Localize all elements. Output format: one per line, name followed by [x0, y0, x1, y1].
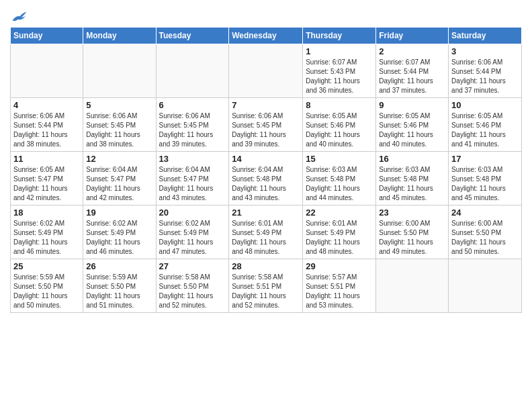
calendar-cell: 25Sunrise: 5:59 AM Sunset: 5:50 PM Dayli… [11, 259, 83, 313]
calendar-cell: 26Sunrise: 5:59 AM Sunset: 5:50 PM Dayli… [83, 259, 156, 313]
day-number: 19 [86, 208, 152, 218]
calendar-cell [376, 259, 449, 313]
day-info: Sunrise: 6:01 AM Sunset: 5:49 PM Dayligh… [306, 219, 373, 257]
day-info: Sunrise: 6:07 AM Sunset: 5:44 PM Dayligh… [379, 58, 445, 95]
day-number: 13 [159, 154, 226, 164]
logo-bird-icon [11, 11, 28, 23]
day-number: 20 [159, 208, 226, 218]
day-info: Sunrise: 5:58 AM Sunset: 5:51 PM Dayligh… [232, 273, 300, 310]
calendar-table: SundayMondayTuesdayWednesdayThursdayFrid… [10, 27, 522, 313]
day-info: Sunrise: 6:07 AM Sunset: 5:43 PM Dayligh… [306, 58, 373, 95]
day-info: Sunrise: 6:04 AM Sunset: 5:47 PM Dayligh… [86, 165, 152, 203]
day-number: 21 [232, 208, 300, 218]
day-number: 1 [306, 46, 373, 56]
day-info: Sunrise: 6:05 AM Sunset: 5:46 PM Dayligh… [451, 111, 519, 149]
day-info: Sunrise: 6:05 AM Sunset: 5:46 PM Dayligh… [379, 111, 445, 149]
day-info: Sunrise: 6:00 AM Sunset: 5:50 PM Dayligh… [379, 219, 445, 257]
calendar-cell: 28Sunrise: 5:58 AM Sunset: 5:51 PM Dayli… [229, 259, 303, 313]
day-info: Sunrise: 6:01 AM Sunset: 5:49 PM Dayligh… [232, 219, 300, 257]
day-number: 12 [86, 154, 152, 164]
calendar-week-5: 25Sunrise: 5:59 AM Sunset: 5:50 PM Dayli… [11, 259, 522, 313]
calendar-cell: 7Sunrise: 6:06 AM Sunset: 5:45 PM Daylig… [229, 98, 303, 152]
calendar-cell: 14Sunrise: 6:04 AM Sunset: 5:48 PM Dayli… [229, 152, 303, 205]
day-number: 22 [306, 208, 373, 218]
weekday-header-saturday: Saturday [449, 28, 522, 44]
day-number: 25 [13, 261, 80, 271]
day-number: 10 [451, 100, 519, 110]
calendar-cell: 5Sunrise: 6:06 AM Sunset: 5:45 PM Daylig… [83, 98, 156, 152]
day-number: 3 [451, 46, 519, 56]
day-info: Sunrise: 6:03 AM Sunset: 5:48 PM Dayligh… [451, 165, 519, 203]
weekday-header-monday: Monday [83, 28, 156, 44]
calendar-cell: 17Sunrise: 6:03 AM Sunset: 5:48 PM Dayli… [449, 152, 522, 205]
calendar-cell: 12Sunrise: 6:04 AM Sunset: 5:47 PM Dayli… [83, 152, 156, 205]
calendar-cell: 8Sunrise: 6:05 AM Sunset: 5:46 PM Daylig… [303, 98, 376, 152]
day-number: 4 [13, 100, 80, 110]
day-number: 26 [86, 261, 152, 271]
weekday-header-friday: Friday [376, 28, 449, 44]
day-info: Sunrise: 6:06 AM Sunset: 5:44 PM Dayligh… [13, 111, 80, 149]
calendar-cell: 6Sunrise: 6:06 AM Sunset: 5:45 PM Daylig… [156, 98, 229, 152]
calendar-cell: 29Sunrise: 5:57 AM Sunset: 5:51 PM Dayli… [303, 259, 376, 313]
day-number: 29 [306, 261, 373, 271]
day-number: 27 [159, 261, 226, 271]
weekday-header-sunday: Sunday [11, 28, 83, 44]
weekday-header-row: SundayMondayTuesdayWednesdayThursdayFrid… [11, 28, 522, 44]
day-info: Sunrise: 6:06 AM Sunset: 5:44 PM Dayligh… [451, 58, 519, 95]
day-number: 9 [379, 100, 445, 110]
calendar-week-4: 18Sunrise: 6:02 AM Sunset: 5:49 PM Dayli… [11, 205, 522, 259]
day-info: Sunrise: 5:58 AM Sunset: 5:50 PM Dayligh… [159, 273, 226, 310]
calendar-cell: 11Sunrise: 6:05 AM Sunset: 5:47 PM Dayli… [11, 152, 83, 205]
calendar-cell: 2Sunrise: 6:07 AM Sunset: 5:44 PM Daylig… [376, 44, 449, 98]
calendar-cell [229, 44, 303, 98]
calendar-cell: 20Sunrise: 6:02 AM Sunset: 5:49 PM Dayli… [156, 205, 229, 259]
day-number: 16 [379, 154, 445, 164]
day-info: Sunrise: 6:00 AM Sunset: 5:50 PM Dayligh… [451, 219, 519, 257]
day-info: Sunrise: 6:06 AM Sunset: 5:45 PM Dayligh… [159, 111, 226, 149]
day-info: Sunrise: 6:05 AM Sunset: 5:47 PM Dayligh… [13, 165, 80, 203]
day-number: 6 [159, 100, 226, 110]
day-number: 8 [306, 100, 373, 110]
day-info: Sunrise: 6:02 AM Sunset: 5:49 PM Dayligh… [159, 219, 226, 257]
day-info: Sunrise: 6:04 AM Sunset: 5:48 PM Dayligh… [232, 165, 300, 203]
day-number: 24 [451, 208, 519, 218]
day-number: 28 [232, 261, 300, 271]
calendar-cell [11, 44, 83, 98]
calendar-cell: 15Sunrise: 6:03 AM Sunset: 5:48 PM Dayli… [303, 152, 376, 205]
day-info: Sunrise: 6:05 AM Sunset: 5:46 PM Dayligh… [306, 111, 373, 149]
day-info: Sunrise: 6:06 AM Sunset: 5:45 PM Dayligh… [232, 111, 300, 149]
calendar-cell: 9Sunrise: 6:05 AM Sunset: 5:46 PM Daylig… [376, 98, 449, 152]
calendar-cell: 27Sunrise: 5:58 AM Sunset: 5:50 PM Dayli… [156, 259, 229, 313]
logo [10, 11, 28, 23]
calendar-cell: 19Sunrise: 6:02 AM Sunset: 5:49 PM Dayli… [83, 205, 156, 259]
calendar-cell: 10Sunrise: 6:05 AM Sunset: 5:46 PM Dayli… [449, 98, 522, 152]
day-info: Sunrise: 6:04 AM Sunset: 5:47 PM Dayligh… [159, 165, 226, 203]
day-number: 11 [13, 154, 80, 164]
day-number: 23 [379, 208, 445, 218]
day-number: 17 [451, 154, 519, 164]
calendar-cell: 24Sunrise: 6:00 AM Sunset: 5:50 PM Dayli… [449, 205, 522, 259]
calendar-week-3: 11Sunrise: 6:05 AM Sunset: 5:47 PM Dayli… [11, 152, 522, 205]
calendar-cell [156, 44, 229, 98]
calendar-cell [449, 259, 522, 313]
day-number: 7 [232, 100, 300, 110]
day-info: Sunrise: 6:03 AM Sunset: 5:48 PM Dayligh… [379, 165, 445, 203]
calendar-week-1: 1Sunrise: 6:07 AM Sunset: 5:43 PM Daylig… [11, 44, 522, 98]
day-info: Sunrise: 5:59 AM Sunset: 5:50 PM Dayligh… [86, 273, 152, 310]
calendar-cell: 18Sunrise: 6:02 AM Sunset: 5:49 PM Dayli… [11, 205, 83, 259]
calendar-cell: 4Sunrise: 6:06 AM Sunset: 5:44 PM Daylig… [11, 98, 83, 152]
calendar-cell: 21Sunrise: 6:01 AM Sunset: 5:49 PM Dayli… [229, 205, 303, 259]
calendar-week-2: 4Sunrise: 6:06 AM Sunset: 5:44 PM Daylig… [11, 98, 522, 152]
calendar-cell: 16Sunrise: 6:03 AM Sunset: 5:48 PM Dayli… [376, 152, 449, 205]
day-number: 14 [232, 154, 300, 164]
weekday-header-tuesday: Tuesday [156, 28, 229, 44]
header [10, 7, 522, 23]
calendar-cell: 13Sunrise: 6:04 AM Sunset: 5:47 PM Dayli… [156, 152, 229, 205]
day-number: 2 [379, 46, 445, 56]
day-info: Sunrise: 6:03 AM Sunset: 5:48 PM Dayligh… [306, 165, 373, 203]
day-info: Sunrise: 6:02 AM Sunset: 5:49 PM Dayligh… [13, 219, 80, 257]
day-number: 5 [86, 100, 152, 110]
day-info: Sunrise: 6:02 AM Sunset: 5:49 PM Dayligh… [86, 219, 152, 257]
day-number: 18 [13, 208, 80, 218]
day-info: Sunrise: 5:59 AM Sunset: 5:50 PM Dayligh… [13, 273, 80, 310]
